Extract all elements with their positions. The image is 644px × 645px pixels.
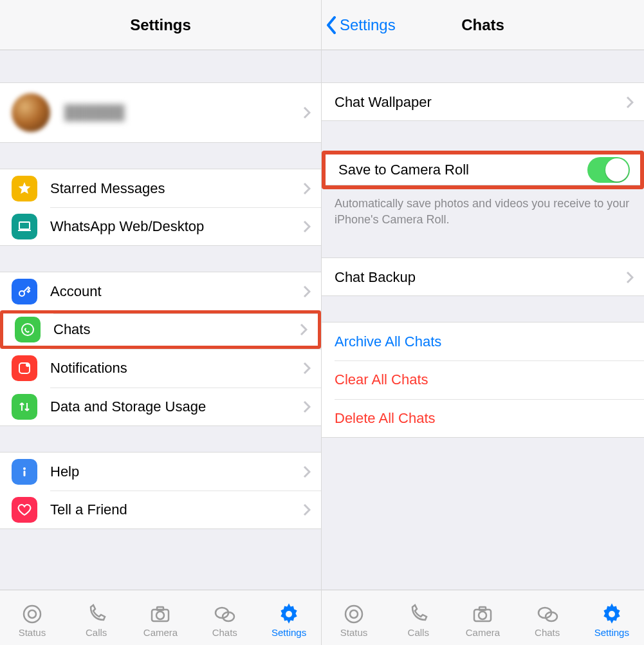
- row-label: Data and Storage Usage: [50, 398, 303, 415]
- svg-point-24: [609, 611, 615, 617]
- chats-icon: [212, 601, 237, 627]
- starred-messages-row[interactable]: Starred Messages: [0, 169, 321, 207]
- chats-settings-screen: Settings Chats Chat Wallpaper Save to Ca…: [322, 0, 644, 645]
- svg-point-2: [19, 291, 24, 296]
- chevron-right-icon: [303, 220, 311, 233]
- chevron-right-icon: [303, 362, 311, 375]
- row-label: Starred Messages: [50, 180, 303, 197]
- key-icon: [12, 279, 37, 304]
- chevron-right-icon: [626, 271, 634, 284]
- whatsapp-icon: [15, 317, 41, 342]
- nav-bar: Settings Chats: [322, 0, 644, 50]
- info-icon: [12, 459, 37, 485]
- chevron-right-icon: [303, 182, 311, 195]
- svg-point-16: [286, 611, 292, 617]
- help-row[interactable]: Help: [0, 452, 321, 491]
- back-label: Settings: [340, 16, 396, 34]
- chats-content: Chat Wallpaper Save to Camera Roll Autom…: [322, 50, 644, 590]
- tab-camera[interactable]: Camera: [450, 601, 515, 638]
- svg-rect-0: [19, 222, 30, 229]
- tab-calls[interactable]: Calls: [386, 601, 450, 638]
- back-button[interactable]: Settings: [326, 15, 396, 35]
- profile-row[interactable]: ██████: [0, 82, 321, 143]
- chevron-right-icon: [303, 106, 311, 119]
- tab-label: Settings: [594, 627, 629, 638]
- row-label: Save to Camera Roll: [338, 162, 587, 178]
- notifications-row[interactable]: Notifications: [0, 349, 321, 388]
- svg-point-5: [26, 363, 30, 367]
- svg-point-3: [22, 324, 33, 335]
- svg-point-8: [24, 606, 41, 622]
- save-camera-roll-toggle[interactable]: [587, 157, 630, 183]
- camera-icon: [147, 601, 173, 627]
- chats-icon: [535, 601, 560, 627]
- status-icon: [341, 601, 367, 627]
- gear-icon: [276, 601, 302, 627]
- notification-icon: [12, 355, 37, 381]
- tab-camera[interactable]: Camera: [129, 601, 193, 638]
- chat-wallpaper-row[interactable]: Chat Wallpaper: [322, 82, 644, 121]
- laptop-icon: [12, 214, 37, 239]
- chevron-right-icon: [303, 465, 311, 478]
- row-label: WhatsApp Web/Desktop: [50, 218, 303, 235]
- settings-screen: Settings ██████ Starred Messages: [0, 0, 322, 645]
- tab-label: Status: [19, 627, 46, 638]
- tab-label: Settings: [271, 627, 306, 638]
- chevron-right-icon: [303, 400, 311, 413]
- svg-point-6: [23, 467, 26, 470]
- star-icon: [12, 176, 37, 201]
- row-label: Archive All Chats: [335, 333, 634, 350]
- whatsapp-web-row[interactable]: WhatsApp Web/Desktop: [0, 207, 321, 246]
- account-row[interactable]: Account: [0, 272, 321, 310]
- chevron-right-icon: [303, 503, 311, 516]
- tab-status[interactable]: Status: [322, 601, 386, 638]
- delete-all-row[interactable]: Delete All Chats: [322, 399, 644, 438]
- tab-settings[interactable]: Settings: [580, 601, 644, 638]
- chat-backup-row[interactable]: Chat Backup: [322, 257, 644, 296]
- chevron-right-icon: [300, 323, 308, 336]
- tab-calls[interactable]: Calls: [64, 601, 129, 638]
- svg-rect-21: [479, 607, 486, 610]
- row-label: Delete All Chats: [335, 410, 634, 427]
- row-label: Tell a Friend: [50, 501, 303, 518]
- tab-chats[interactable]: Chats: [515, 601, 580, 638]
- tab-bar: Status Calls Camera Chats Settings: [0, 590, 321, 645]
- tab-bar: Status Calls Camera Chats Settings: [322, 590, 644, 645]
- save-camera-roll-row[interactable]: Save to Camera Roll: [322, 151, 644, 189]
- svg-rect-7: [24, 471, 26, 476]
- tab-label: Calls: [408, 627, 429, 638]
- nav-title: Chats: [461, 16, 504, 34]
- heart-icon: [12, 497, 37, 523]
- svg-point-17: [345, 606, 362, 622]
- gear-icon: [599, 601, 625, 627]
- svg-point-20: [479, 612, 486, 619]
- camera-icon: [470, 601, 495, 627]
- archive-all-row[interactable]: Archive All Chats: [322, 322, 644, 360]
- phone-icon: [84, 601, 109, 627]
- phone-icon: [405, 601, 431, 627]
- row-label: Help: [50, 463, 303, 480]
- svg-rect-1: [18, 230, 31, 231]
- tab-label: Camera: [466, 627, 500, 638]
- tab-label: Status: [340, 627, 368, 638]
- status-icon: [19, 601, 45, 627]
- row-label: Account: [50, 283, 303, 300]
- data-usage-row[interactable]: Data and Storage Usage: [0, 388, 321, 426]
- save-camera-desc: Automatically save photos and videos you…: [322, 189, 644, 228]
- tab-label: Camera: [143, 627, 178, 638]
- tab-chats[interactable]: Chats: [192, 601, 257, 638]
- clear-all-row[interactable]: Clear All Chats: [322, 360, 644, 399]
- row-label: Chat Wallpaper: [335, 94, 626, 111]
- row-label: Notifications: [50, 360, 303, 377]
- tell-friend-row[interactable]: Tell a Friend: [0, 491, 321, 529]
- row-label: Chats: [53, 321, 300, 338]
- tab-status[interactable]: Status: [0, 601, 64, 638]
- svg-rect-12: [157, 607, 163, 610]
- tab-label: Chats: [535, 627, 560, 638]
- tab-label: Chats: [212, 627, 237, 638]
- chats-row[interactable]: Chats: [0, 310, 321, 349]
- nav-title: Settings: [130, 16, 191, 34]
- svg-point-11: [156, 612, 164, 619]
- tab-settings[interactable]: Settings: [257, 601, 321, 638]
- svg-point-9: [28, 610, 36, 618]
